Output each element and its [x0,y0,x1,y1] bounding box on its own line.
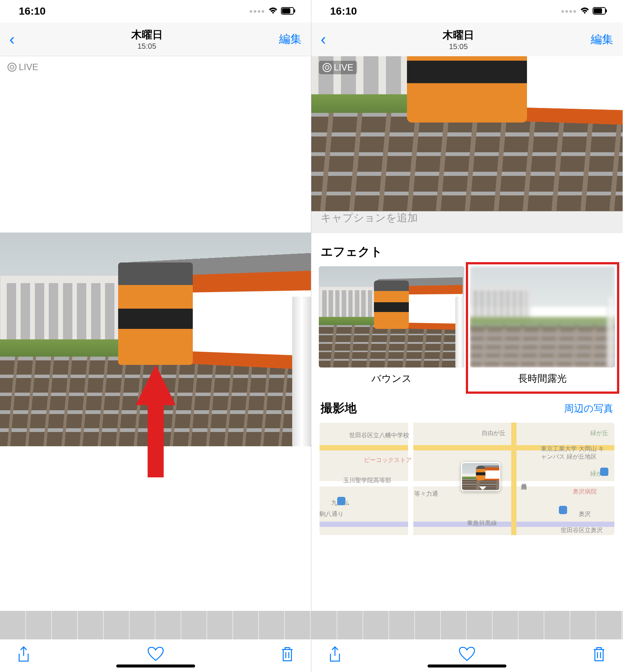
status-time: 16:10 [19,5,46,17]
effect-label: バウンス [319,368,464,390]
station-icon [559,506,567,514]
map-poi: 世田谷区立八幡中学校 [349,432,409,440]
map-poi: 東急目黒線 [467,519,497,527]
live-icon [323,63,332,72]
swipe-up-arrow [135,365,176,479]
nav-day: 木曜日 [326,28,591,42]
live-label: LIVE [334,62,353,73]
signal-dots: ●●●● [249,8,265,15]
station-icon [337,497,345,505]
nav-title: 木曜日 15:05 [15,28,279,51]
map-photo-pin[interactable] [461,462,500,491]
thumbnail-strip[interactable] [311,610,623,640]
trash-button[interactable] [281,646,294,666]
effects-header: エフェクト [311,233,623,266]
nav-bar: ‹ 木曜日 15:05 編集 [311,22,623,56]
effect-bounce[interactable]: バウンス [319,266,464,390]
status-bar: 16:10 ●●●● [0,0,311,22]
map-poi: 世田谷区立奥沢 [561,526,603,534]
effect-long-exposure[interactable]: 長時間露光 [466,262,620,394]
svg-rect-1 [282,8,290,14]
wifi-icon [268,5,278,17]
map-poi: 自由が丘 [482,429,506,437]
screen-left: 16:10 ●●●● ‹ 木曜日 15:05 編集 LIVE [0,0,311,672]
status-icons: ●●●● [249,5,296,17]
wifi-icon [580,5,590,17]
map-poi: 奥沢病院 [573,488,597,496]
share-button[interactable] [328,646,342,666]
home-indicator[interactable] [116,664,195,668]
location-title: 撮影地 [321,400,357,417]
favorite-button[interactable] [459,647,475,665]
svg-rect-4 [594,8,602,14]
effects-title: エフェクト [321,244,383,260]
station-icon [600,468,608,476]
map-poi: 東京工業大学 大岡山 キャンパス 緑が丘地区 [541,445,608,461]
screen-right: 16:10 ●●●● ‹ 木曜日 15:05 編集 LIVE キャプションを追加… [311,0,623,672]
status-time: 16:10 [330,5,357,17]
svg-rect-2 [294,9,295,12]
trash-button[interactable] [592,646,606,666]
map-poi: ピーコックストア [364,456,412,464]
live-badge: LIVE [8,62,38,72]
live-badge: LIVE [319,61,357,74]
map-view[interactable]: 世田谷区立八幡中学校 ピーコックストア 玉川聖学院高等部 九品仏 駒八通り 等々… [320,423,614,535]
edit-button[interactable]: 編集 [279,32,302,47]
nav-day: 木曜日 [15,28,279,42]
map-poi: 緑が丘 [590,429,608,437]
back-button[interactable]: ‹ [321,30,326,48]
map-poi: 自由通り [520,479,528,486]
effect-label: 長時間露光 [470,368,615,390]
thumbnail-strip[interactable] [0,610,311,640]
map-poi: 奥沢 [579,510,591,518]
battery-icon [593,5,608,17]
battery-icon [281,5,296,17]
nav-bar: ‹ 木曜日 15:05 編集 [0,22,311,56]
live-label: LIVE [19,62,38,72]
favorite-button[interactable] [147,647,164,665]
live-icon [8,63,17,72]
nearby-photos-link[interactable]: 周辺の写真 [564,402,613,415]
back-button[interactable]: ‹ [9,30,15,48]
map-poi: 玉川聖学院高等部 [343,477,391,484]
signal-dots: ●●●● [561,8,577,15]
svg-rect-5 [606,9,607,12]
map-poi: 駒八通り [320,510,344,518]
status-bar: 16:10 ●●●● [311,0,623,22]
share-button[interactable] [17,646,30,666]
detail-photo[interactable] [311,56,623,202]
location-header: 撮影地 周辺の写真 [311,390,623,423]
nav-time: 15:05 [15,42,279,51]
photo-viewer[interactable] [0,56,311,610]
home-indicator[interactable] [428,664,506,668]
nav-time: 15:05 [326,42,591,51]
status-icons: ●●●● [561,5,608,17]
map-poi: 等々力通 [414,490,438,498]
nav-title: 木曜日 15:05 [326,28,591,51]
effects-row: バウンス 長時間露光 [311,266,623,390]
edit-button[interactable]: 編集 [591,32,613,47]
